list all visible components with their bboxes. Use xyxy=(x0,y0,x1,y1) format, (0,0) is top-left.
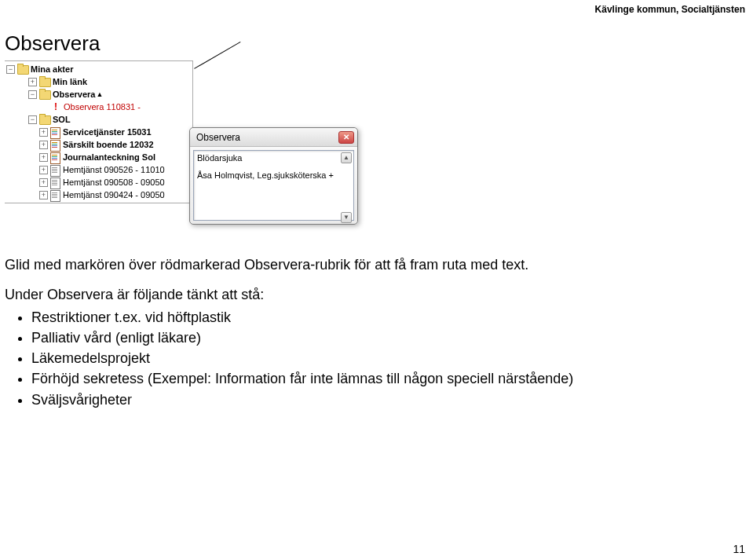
expand-icon[interactable]: + xyxy=(39,128,48,137)
page-title: Observera xyxy=(5,31,745,56)
tree-label: Journalanteckning Sol xyxy=(63,152,155,162)
expand-icon[interactable]: + xyxy=(39,141,48,149)
tree-label: SOL xyxy=(53,115,71,124)
list-item: Sväljsvårigheter xyxy=(31,390,696,409)
tree-row-mina-akter[interactable]: − Mina akter xyxy=(6,63,192,75)
tree-label: Observera xyxy=(53,90,95,99)
tree-label: Min länk xyxy=(53,77,87,86)
list-item: Palliativ vård (enligt läkare) xyxy=(31,328,696,347)
folder-icon xyxy=(17,64,28,74)
collapse-icon[interactable]: − xyxy=(28,90,37,99)
tree-label: Servicetjänster 15031 xyxy=(63,127,152,137)
dialog-textarea[interactable]: Blödarsjuka Åsa Holmqvist, Leg.sjuksköte… xyxy=(193,150,354,221)
folder-icon xyxy=(39,90,50,99)
document-icon xyxy=(50,190,60,200)
tree-label: Hemtjänst 090526 - 11010 xyxy=(63,165,165,174)
tree-row-hemtjanst-2[interactable]: + Hemtjänst 090508 - 09050 xyxy=(6,176,192,188)
collapse-icon[interactable]: − xyxy=(6,65,15,74)
bullet-list: Restriktioner t.ex. vid höftplastik Pall… xyxy=(5,308,696,409)
document-icon xyxy=(50,178,60,188)
paragraph-2: Under Observera är följande tänkt att st… xyxy=(5,285,696,304)
tree-row-hemtjanst-3[interactable]: + Hemtjänst 090424 - 09050 xyxy=(6,188,192,201)
tree-label: Observera 110831 - xyxy=(64,102,141,112)
list-item: Förhöjd sekretess (Exempel: Information … xyxy=(31,369,696,388)
document-icon xyxy=(50,152,60,163)
list-item: Restriktioner t.ex. vid höftplastik xyxy=(31,308,696,327)
scroll-up-icon[interactable]: ▲ xyxy=(341,152,352,163)
tree-label: Hemtjänst 090508 - 09050 xyxy=(63,178,165,187)
tree-row-servicetjanster[interactable]: + Servicetjänster 15031 xyxy=(6,126,192,138)
folder-tree[interactable]: − Mina akter + Min länk − Observera ▲ ! xyxy=(5,60,193,203)
tree-row-observera-110831[interactable]: ! Observera 110831 - xyxy=(6,101,192,113)
expand-icon[interactable]: + xyxy=(39,166,48,174)
tree-row-observera[interactable]: − Observera ▲ xyxy=(6,88,192,101)
marker-caret-icon: ▲ xyxy=(96,90,103,98)
tree-row-sol[interactable]: − SOL xyxy=(6,113,192,126)
header-org: Kävlinge kommun, Socialtjänsten xyxy=(595,4,745,15)
folder-icon xyxy=(39,77,50,86)
document-icon xyxy=(50,140,60,150)
tree-row-min-lank[interactable]: + Min länk xyxy=(6,75,192,88)
dialog-titlebar[interactable]: Observera ✕ xyxy=(190,128,357,147)
collapse-icon[interactable]: − xyxy=(28,115,37,124)
tree-label: Hemtjänst 090424 - 09050 xyxy=(63,190,165,199)
expand-icon[interactable]: + xyxy=(39,178,48,187)
expand-icon[interactable]: + xyxy=(28,78,37,86)
body-text: Glid med markören över rödmarkerad Obser… xyxy=(5,255,696,409)
tree-row-hemtjanst-1[interactable]: + Hemtjänst 090526 - 11010 xyxy=(6,163,192,176)
tree-row-sarskilt-boende[interactable]: + Särskilt boende 12032 xyxy=(6,138,192,151)
page-main: Observera − Mina akter + Min länk − Obse… xyxy=(0,0,753,419)
observera-tooltip-dialog: Observera ✕ Blödarsjuka Åsa Holmqvist, L… xyxy=(189,127,358,225)
folder-icon xyxy=(39,115,50,124)
dialog-text-line2: Åsa Holmqvist, Leg.sjuksköterska + xyxy=(197,170,344,180)
scroll-down-icon[interactable]: ▼ xyxy=(341,212,352,223)
expand-icon[interactable]: + xyxy=(39,191,48,199)
screenshot-composite: − Mina akter + Min länk − Observera ▲ ! xyxy=(5,60,366,241)
document-icon xyxy=(50,127,60,137)
dialog-text-line1: Blödarsjuka xyxy=(197,153,344,163)
page-number: 11 xyxy=(733,543,745,555)
expand-icon[interactable]: + xyxy=(39,153,48,162)
list-item: Läkemedelsprojekt xyxy=(31,349,696,368)
paragraph-1: Glid med markören över rödmarkerad Obser… xyxy=(5,255,696,274)
tree-label: Mina akter xyxy=(31,64,73,74)
dialog-title: Observera xyxy=(196,132,240,143)
close-icon[interactable]: ✕ xyxy=(338,131,354,144)
tree-row-journal[interactable]: + Journalanteckning Sol xyxy=(6,151,192,163)
dialog-body: Blödarsjuka Åsa Holmqvist, Leg.sjuksköte… xyxy=(190,147,357,224)
alert-icon: ! xyxy=(50,102,61,112)
document-icon xyxy=(50,165,60,175)
tree-label: Särskilt boende 12032 xyxy=(63,140,154,149)
